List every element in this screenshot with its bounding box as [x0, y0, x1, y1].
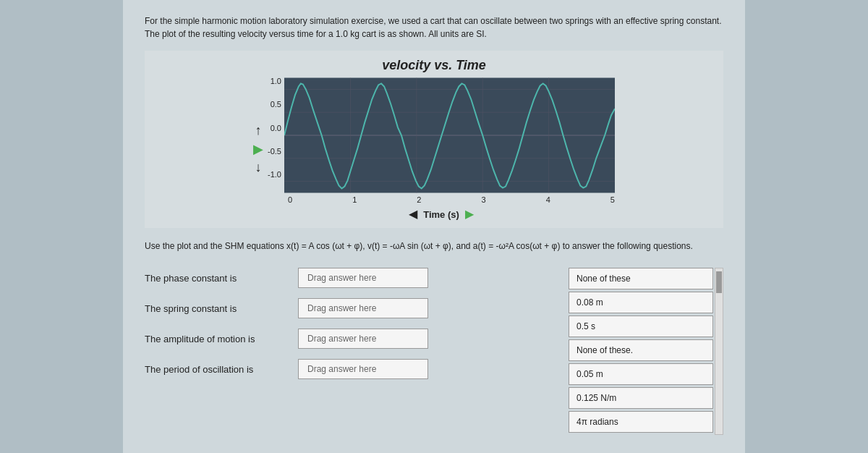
nav-right-arrow[interactable]: ▶: [253, 141, 263, 157]
answer-item-3[interactable]: None of these.: [569, 339, 713, 361]
question-label-amplitude: The amplitude of motion is: [145, 334, 289, 344]
question-row-phase: The phase constant is Drag answer here: [145, 268, 554, 288]
answer-item-5[interactable]: 0.125 N/m: [569, 387, 713, 409]
answer-item-0[interactable]: None of these: [569, 268, 713, 289]
questions-area: The phase constant is Drag answer here T…: [145, 268, 723, 435]
answer-item-4[interactable]: 0.05 m: [569, 363, 713, 385]
answer-item-1[interactable]: 0.08 m: [569, 292, 713, 313]
chart-area: velocity vs. Time ↑ ▶ ↓ 1.0 0.5 0.0: [145, 51, 723, 228]
x-axis-labels: 0 1 2 3 4 5: [268, 193, 615, 204]
scrollbar[interactable]: [715, 268, 723, 435]
intro-text: For the simple harmonic motion laborator…: [145, 14, 723, 41]
x-axis-left-arrow[interactable]: ◀: [409, 207, 417, 221]
nav-up-arrow[interactable]: ↑: [255, 123, 262, 138]
nav-down-arrow[interactable]: ↓: [255, 160, 262, 175]
page-container: For the simple harmonic motion laborator…: [123, 0, 745, 453]
scrollbar-thumb[interactable]: [716, 271, 722, 293]
question-label-spring: The spring constant is: [145, 303, 289, 314]
y-axis: 1.0 0.5 0.0 -0.5 -1.0: [268, 77, 281, 193]
answer-item-2[interactable]: 0.5 s: [569, 316, 713, 337]
question-label-phase: The phase constant is: [145, 273, 289, 284]
chart-wrapper: velocity vs. Time ↑ ▶ ↓ 1.0 0.5 0.0: [246, 51, 622, 228]
drag-box-amplitude[interactable]: Drag answer here: [298, 329, 428, 349]
question-label-period: The period of oscillation is: [145, 364, 289, 375]
question-row-period: The period of oscillation is Drag answer…: [145, 359, 554, 379]
answers-panel: None of these 0.08 m 0.5 s None of these…: [569, 268, 713, 435]
answer-item-6[interactable]: 4π radians: [569, 411, 713, 433]
drag-box-phase[interactable]: Drag answer here: [298, 268, 428, 288]
velocity-chart: [284, 77, 615, 193]
question-row-amplitude: The amplitude of motion is Drag answer h…: [145, 329, 554, 349]
chart-title: velocity vs. Time: [253, 58, 615, 73]
drag-box-period[interactable]: Drag answer here: [298, 359, 428, 379]
x-axis-right-arrow[interactable]: ▶: [465, 207, 474, 221]
questions-list: The phase constant is Drag answer here T…: [145, 268, 554, 379]
equations-text: Use the plot and the SHM equations x(t) …: [145, 240, 723, 253]
x-axis-title: Time (s): [423, 209, 459, 220]
x-axis-title-row: ◀ Time (s) ▶: [268, 207, 615, 221]
question-row-spring: The spring constant is Drag answer here: [145, 298, 554, 318]
answers-panel-container: None of these 0.08 m 0.5 s None of these…: [569, 268, 723, 435]
drag-box-spring[interactable]: Drag answer here: [298, 298, 428, 318]
